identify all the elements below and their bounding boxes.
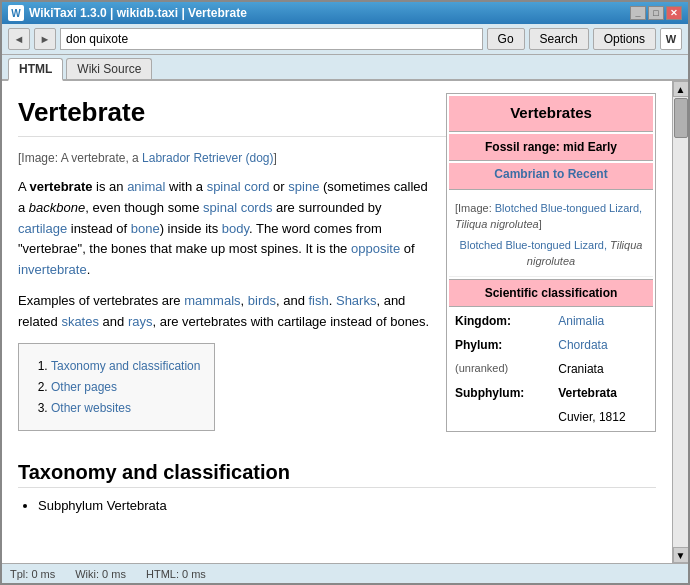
tabs-bar: HTML Wiki Source — [2, 55, 688, 81]
infobox-row-subphylum: Subphylum: Vertebrata — [449, 381, 653, 405]
scroll-track — [673, 97, 688, 547]
infobox-img-caption: Blotched Blue-tongued Lizard, Tiliqua ni… — [455, 237, 647, 270]
infobox-image-placeholder-text: [Image: Blotched Blue-tongued Lizard, Ti… — [455, 198, 647, 237]
toc-link-3[interactable]: Other websites — [51, 401, 131, 415]
infobox-label-empty — [449, 405, 552, 429]
minimize-button[interactable]: _ — [630, 6, 646, 20]
infobox-rows: Kingdom: Animalia Phylum: Chordata (unra… — [449, 309, 653, 429]
main-window: W WikiTaxi 1.3.0 | wikidb.taxi | Vertebr… — [0, 0, 690, 585]
toc-link-1[interactable]: Taxonomy and classification — [51, 359, 200, 373]
infobox-row-kingdom: Kingdom: Animalia — [449, 309, 653, 333]
status-wiki: Wiki: 0 ms — [75, 568, 126, 580]
section-heading: Taxonomy and classification — [18, 457, 656, 488]
link-body[interactable]: body — [222, 221, 249, 236]
options-button[interactable]: Options — [593, 28, 656, 50]
bullet-list: Subphylum Vertebrata — [18, 496, 656, 516]
infobox-label-subphylum: Subphylum: — [449, 381, 552, 405]
app-icon: W — [8, 5, 24, 21]
link-skates[interactable]: skates — [61, 314, 99, 329]
content-area: Vertebrates Fossil range: mid Early Camb… — [2, 81, 688, 563]
infobox-img-cap-link[interactable]: Blotched Blue-tongued Lizard, — [460, 239, 607, 251]
scroll-thumb[interactable] — [674, 98, 688, 138]
scrollbar: ▲ ▼ — [672, 81, 688, 563]
link-spinal-cords[interactable]: spinal cords — [203, 200, 272, 215]
title-bar: W WikiTaxi 1.3.0 | wikidb.taxi | Vertebr… — [2, 2, 688, 24]
toc-item-3: Other websites — [51, 399, 200, 417]
link-mammals[interactable]: mammals — [184, 293, 240, 308]
infobox-row-cuvier: Cuvier, 1812 — [449, 405, 653, 429]
wiki-logo: W — [660, 28, 682, 50]
status-tpl: Tpl: 0 ms — [10, 568, 55, 580]
link-bone[interactable]: bone — [131, 221, 160, 236]
scroll-up-button[interactable]: ▲ — [673, 81, 689, 97]
tab-html[interactable]: HTML — [8, 58, 63, 81]
link-opposite[interactable]: opposite — [351, 241, 400, 256]
infobox-label-phylum: Phylum: — [449, 333, 552, 357]
toc-item-1: Taxonomy and classification — [51, 357, 200, 375]
infobox-value-phylum: Chordata — [552, 333, 653, 357]
link-fish[interactable]: fish — [309, 293, 329, 308]
infobox-value-kingdom: Animalia — [552, 309, 653, 333]
infobox-image-link[interactable]: Blotched Blue-tongued Lizard, — [495, 202, 642, 214]
infobox-value-subphylum: Vertebrata — [552, 381, 653, 405]
link-spine[interactable]: spine — [288, 179, 319, 194]
infobox-cambrian: Cambrian to Recent — [449, 163, 653, 190]
scroll-down-button[interactable]: ▼ — [673, 547, 689, 563]
link-animal[interactable]: animal — [127, 179, 165, 194]
toc-item-2: Other pages — [51, 378, 200, 396]
link-rays[interactable]: rays — [128, 314, 153, 329]
infobox-value-unranked: Craniata — [552, 357, 653, 381]
link-birds[interactable]: birds — [248, 293, 276, 308]
infobox-sci-class: Scientific classification — [449, 279, 653, 307]
link-sharks[interactable]: Sharks — [336, 293, 376, 308]
toc-list: Taxonomy and classification Other pages … — [51, 357, 200, 417]
toc-link-2[interactable]: Other pages — [51, 380, 117, 394]
address-input[interactable] — [60, 28, 483, 50]
link-spinal-cord[interactable]: spinal cord — [207, 179, 270, 194]
back-button[interactable]: ◄ — [8, 28, 30, 50]
infobox-row-unranked: (unranked) Craniata — [449, 357, 653, 381]
tab-wiki-source[interactable]: Wiki Source — [66, 58, 152, 79]
toc-box: Taxonomy and classification Other pages … — [18, 343, 215, 431]
infobox-image-section: [Image: Blotched Blue-tongued Lizard, Ti… — [449, 192, 653, 277]
bullet-item-1: Subphylum Vertebrata — [38, 496, 656, 516]
window-controls: _ □ ✕ — [630, 6, 682, 20]
forward-button[interactable]: ► — [34, 28, 56, 50]
infobox-value-cuvier: Cuvier, 1812 — [552, 405, 653, 429]
infobox-label-kingdom: Kingdom: — [449, 309, 552, 333]
status-html: HTML: 0 ms — [146, 568, 206, 580]
link-cartilage[interactable]: cartilage — [18, 221, 67, 236]
infobox-fossil: Fossil range: mid Early — [449, 134, 653, 161]
infobox-title: Vertebrates — [449, 96, 653, 132]
window-title: WikiTaxi 1.3.0 | wikidb.taxi | Vertebrat… — [29, 6, 630, 20]
maximize-button[interactable]: □ — [648, 6, 664, 20]
go-button[interactable]: Go — [487, 28, 525, 50]
infobox: Vertebrates Fossil range: mid Early Camb… — [446, 93, 656, 432]
article-content: Vertebrates Fossil range: mid Early Camb… — [2, 81, 672, 563]
link-invertebrate[interactable]: invertebrate — [18, 262, 87, 277]
infobox-row-phylum: Phylum: Chordata — [449, 333, 653, 357]
infobox-label-unranked: (unranked) — [449, 357, 552, 381]
image-link[interactable]: Labrador Retriever (dog) — [142, 151, 273, 165]
address-bar: ◄ ► Go Search Options W — [2, 24, 688, 55]
infobox-container: Vertebrates Fossil range: mid Early Camb… — [446, 93, 656, 432]
search-button[interactable]: Search — [529, 28, 589, 50]
status-bar: Tpl: 0 ms Wiki: 0 ms HTML: 0 ms — [2, 563, 688, 583]
close-button[interactable]: ✕ — [666, 6, 682, 20]
